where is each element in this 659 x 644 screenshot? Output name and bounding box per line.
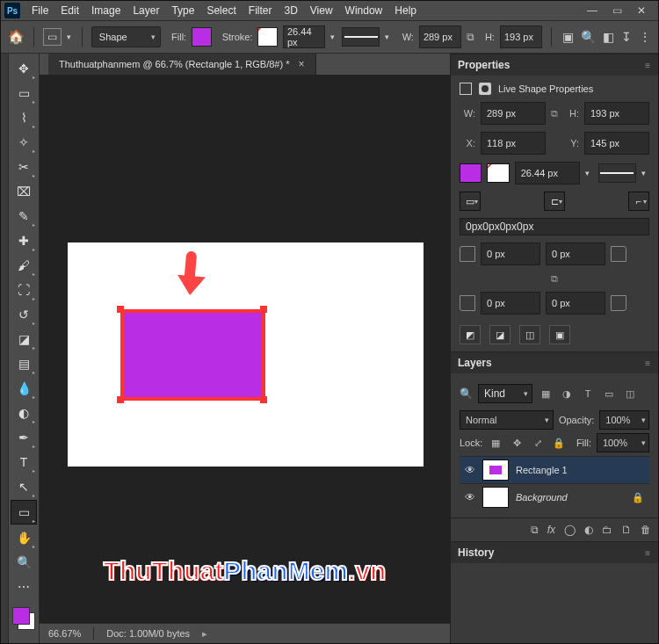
lock-pixels-icon[interactable]: ▦ [488, 436, 503, 450]
fg-color-swatch[interactable] [12, 607, 30, 625]
menu-type[interactable]: Type [171, 4, 194, 17]
tool-eyedropper[interactable]: ✎▸ [11, 205, 36, 228]
layer-item[interactable]: 👁 Rectangle 1 [460, 456, 649, 483]
prop-stroke-width[interactable]: 26.44 px [515, 162, 580, 185]
layer-thumbnail[interactable] [482, 487, 509, 508]
pathop-combine[interactable]: ◩ [460, 325, 481, 344]
window-close[interactable]: ✕ [635, 4, 648, 17]
pathop-intersect[interactable]: ◫ [519, 325, 540, 344]
tool-eraser[interactable]: ◪▸ [11, 328, 36, 351]
h-field[interactable]: 193 px [500, 25, 542, 48]
fill-opacity-field[interactable]: 100% [597, 433, 649, 452]
tool-healing[interactable]: ✚▸ [11, 229, 36, 252]
stroke-caps-select[interactable]: ⊏ [544, 192, 565, 211]
filter-shape-icon[interactable]: ▭ [601, 387, 617, 401]
tool-pen[interactable]: ✒▸ [11, 426, 36, 449]
more-icon[interactable]: ⋮ [639, 30, 651, 44]
filter-pixels-icon[interactable]: ▦ [538, 387, 554, 401]
lock-position-icon[interactable]: ✥ [509, 436, 525, 450]
tool-preset-dropdown-icon[interactable]: ▾ [67, 33, 73, 41]
new-group-icon[interactable]: 🗀 [602, 524, 612, 536]
pathop-exclude[interactable]: ▣ [549, 325, 570, 344]
tool-stamp[interactable]: ⛶▸ [11, 279, 36, 301]
tool-blur[interactable]: 💧▸ [11, 377, 36, 400]
chevron-down-icon[interactable]: ▾ [641, 170, 649, 177]
layer-thumbnail[interactable] [482, 459, 509, 481]
prop-fill-swatch[interactable] [460, 163, 482, 183]
stroke-width-dropdown-icon[interactable]: ▾ [330, 33, 337, 41]
corner-bl-field[interactable]: 0 px [481, 292, 540, 315]
add-mask-icon[interactable]: ◯ [564, 524, 576, 536]
tool-dodge[interactable]: ◐▸ [11, 402, 36, 424]
tool-type[interactable]: T▸ [11, 451, 36, 474]
filter-adjust-icon[interactable]: ◑ [559, 387, 575, 401]
stroke-corner-select[interactable]: ⌐ [628, 192, 649, 211]
chevron-down-icon[interactable]: ▾ [585, 170, 593, 177]
prop-h-field[interactable]: 193 px [584, 102, 649, 125]
adjustment-icon[interactable]: ◐ [584, 524, 593, 536]
visibility-icon[interactable]: 👁 [465, 464, 475, 476]
opacity-field[interactable]: 100% [599, 410, 649, 430]
menu-help[interactable]: Help [395, 4, 416, 17]
menu-view[interactable]: View [310, 4, 333, 17]
link-wh-props-icon[interactable]: ⧉ [551, 108, 558, 119]
stroke-width-field[interactable]: 26.44 px [283, 25, 325, 48]
collapse-strip-left[interactable] [1, 54, 9, 643]
menu-file[interactable]: File [32, 4, 48, 17]
menu-select[interactable]: Select [206, 4, 235, 17]
tool-gradient[interactable]: ▤▸ [11, 352, 36, 375]
stroke-align-select[interactable]: ▭ [460, 192, 481, 211]
align-edges-icon[interactable]: 🔍 [581, 30, 596, 44]
stroke-style-preview[interactable] [342, 27, 380, 47]
corner-tr-field[interactable]: 0 px [546, 242, 605, 265]
tool-preset-swatch[interactable]: ▭ [43, 28, 62, 46]
menu-layer[interactable]: Layer [133, 4, 159, 17]
tool-history[interactable]: ↺▸ [11, 303, 36, 326]
transform-handle[interactable] [260, 306, 267, 313]
shape-mode-select[interactable]: Shape [91, 26, 161, 47]
tool-hand[interactable]: ✋▸ [11, 526, 36, 549]
transform-handle[interactable] [117, 306, 124, 313]
corner-tl-field[interactable]: 0 px [481, 242, 540, 265]
layer-filter-kind[interactable]: Kind [478, 384, 532, 403]
prop-x-field[interactable]: 118 px [481, 132, 546, 155]
panel-menu-icon[interactable]: ≡ [645, 358, 651, 368]
stroke-style-dropdown-icon[interactable]: ▾ [385, 33, 391, 41]
panel-menu-icon[interactable]: ≡ [645, 61, 651, 70]
path-ops-icon[interactable]: ▣ [562, 30, 574, 44]
shape-rectangle[interactable] [120, 309, 265, 401]
tool-frame[interactable]: ⌧ [11, 180, 36, 203]
tool-path-select[interactable]: ↖▸ [11, 475, 36, 498]
transform-handle[interactable] [117, 396, 124, 403]
home-icon[interactable]: 🏠 [8, 29, 25, 45]
prop-y-field[interactable]: 145 px [584, 132, 649, 155]
document-canvas[interactable] [68, 242, 424, 467]
tool-zoom[interactable]: 🔍 [11, 551, 36, 574]
pathop-subtract[interactable]: ◪ [489, 325, 511, 344]
menu-3d[interactable]: 3D [284, 4, 297, 17]
canvas-area[interactable]: ThuThuatPhanMem.vn [40, 76, 450, 623]
layer-item[interactable]: 👁 Background 🔒 [460, 483, 649, 510]
tool-more[interactable]: ⋯ [11, 575, 36, 598]
link-wh-icon[interactable]: ⧉ [467, 31, 474, 43]
filter-smart-icon[interactable]: ◫ [622, 387, 638, 401]
blend-mode-select[interactable]: Normal [460, 410, 554, 430]
close-tab-icon[interactable]: × [298, 58, 304, 70]
tool-rectangle[interactable]: ▭▸ [11, 500, 37, 525]
menu-window[interactable]: Window [345, 4, 383, 17]
menu-image[interactable]: Image [91, 4, 120, 17]
tool-crop[interactable]: ✂▸ [11, 156, 36, 178]
status-expand-icon[interactable]: ▸ [202, 628, 207, 640]
lock-artboard-icon[interactable]: ⤢ [530, 436, 546, 450]
fill-swatch[interactable] [192, 27, 211, 47]
corner-br-field[interactable]: 0 px [546, 292, 605, 315]
fg-bg-swatch[interactable] [12, 607, 35, 630]
layer-name[interactable]: Rectangle 1 [516, 465, 568, 475]
gear-icon[interactable]: ↧ [621, 30, 632, 44]
tool-move[interactable]: ✥▸ [11, 57, 36, 80]
tool-wand[interactable]: ✧▸ [11, 131, 36, 154]
tool-marquee[interactable]: ▭▸ [11, 82, 36, 105]
window-minimize[interactable]: — [586, 4, 598, 17]
arrange-icon[interactable]: ◧ [603, 30, 614, 44]
menu-edit[interactable]: Edit [61, 4, 79, 17]
